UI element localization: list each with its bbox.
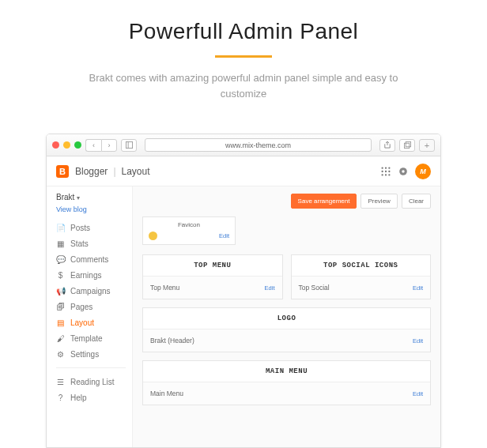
section-head: MAIN MENU — [143, 361, 430, 382]
top-social-section: TOP SOCIAL ICONS Top Social Edit — [291, 254, 432, 299]
toolbar: Save arrangement Preview Clear — [142, 194, 431, 209]
gadget-label: Brakt (Header) — [150, 337, 194, 344]
view-blog-link[interactable]: View blog — [56, 205, 132, 213]
share-button[interactable] — [379, 139, 395, 152]
section-head: TOP SOCIAL ICONS — [292, 255, 431, 276]
minimize-icon[interactable] — [63, 141, 70, 149]
favicon-widget: Favicon Edit — [142, 216, 236, 245]
sidebar-item-label: Comments — [70, 255, 108, 264]
comments-icon: 💬 — [56, 255, 65, 264]
gadget-label: Top Social — [299, 284, 330, 292]
close-icon[interactable] — [52, 141, 59, 149]
reading-list-icon: ☰ — [56, 378, 65, 386]
maximize-icon[interactable] — [74, 141, 81, 149]
svg-rect-3 — [406, 142, 410, 147]
earnings-icon: $ — [56, 271, 65, 280]
sidebar-item-settings[interactable]: ⚙Settings — [56, 346, 132, 362]
gear-icon[interactable] — [398, 166, 409, 177]
preview-button[interactable]: Preview — [361, 194, 397, 209]
sidebar-item-label: Settings — [70, 350, 99, 359]
layout-icon: ▤ — [56, 318, 65, 327]
sidebar: Brakt View blog 📄Posts ▦Stats 💬Comments … — [47, 186, 132, 447]
page-subtitle: Brakt comes with amazing powerful admin … — [85, 70, 402, 102]
favicon-icon — [149, 232, 157, 240]
sidebar-item-stats[interactable]: ▦Stats — [56, 235, 132, 251]
sidebar-item-pages[interactable]: 🗐Pages — [56, 299, 132, 314]
sidebar-item-label: Reading List — [70, 378, 115, 386]
sidebar-item-label: Help — [70, 393, 87, 402]
svg-point-12 — [388, 174, 390, 175]
logo-gadget[interactable]: Brakt (Header) Edit — [143, 329, 430, 352]
edit-link[interactable]: Edit — [413, 337, 423, 344]
window-controls — [52, 141, 81, 149]
sidebar-item-layout[interactable]: ▤Layout — [56, 314, 132, 330]
svg-point-14 — [402, 170, 405, 173]
pages-icon: 🗐 — [56, 303, 65, 311]
sidebar-item-campaigns[interactable]: 📢Campaigns — [56, 283, 132, 299]
apps-icon[interactable] — [380, 166, 391, 177]
sidebar-toggle-button[interactable] — [121, 139, 137, 152]
title-underline — [215, 55, 272, 58]
template-icon: 🖌 — [56, 334, 65, 343]
sidebar-item-comments[interactable]: 💬Comments — [56, 251, 132, 267]
sidebar-item-label: Campaigns — [70, 287, 111, 296]
logo-section: LOGO Brakt (Header) Edit — [142, 307, 431, 352]
svg-rect-2 — [404, 144, 409, 149]
section-head: TOP MENU — [143, 255, 282, 276]
svg-rect-0 — [126, 142, 132, 149]
svg-point-6 — [388, 167, 390, 168]
sidebar-item-label: Template — [70, 334, 103, 343]
svg-point-9 — [388, 171, 390, 172]
breadcrumb: Layout — [122, 166, 150, 177]
divider — [56, 367, 126, 368]
edit-link[interactable]: Edit — [413, 390, 423, 397]
new-tab-button[interactable]: + — [419, 139, 435, 152]
page-title: Powerfull Admin Panel — [0, 19, 487, 44]
forward-button[interactable]: › — [101, 139, 117, 152]
main-menu-gadget[interactable]: Main Menu Edit — [143, 382, 430, 405]
posts-icon: 📄 — [56, 224, 65, 232]
stats-icon: ▦ — [56, 239, 65, 248]
sidebar-item-label: Layout — [70, 318, 94, 327]
tabs-button[interactable] — [399, 139, 415, 152]
sidebar-item-posts[interactable]: 📄Posts — [56, 220, 132, 235]
gadget-label: Main Menu — [150, 390, 183, 397]
sidebar-item-label: Stats — [70, 239, 89, 248]
save-arrangement-button[interactable]: Save arrangement — [291, 194, 357, 209]
favicon-edit-link[interactable]: Edit — [219, 232, 229, 239]
top-menu-section: TOP MENU Top Menu Edit — [142, 254, 283, 299]
favicon-title: Favicon — [149, 221, 229, 228]
browser-chrome: ‹ › www.mix-theme.com + — [47, 134, 440, 156]
gadget-label: Top Menu — [150, 284, 179, 292]
app-brand: Blogger — [75, 166, 108, 177]
svg-point-4 — [381, 167, 383, 168]
back-button[interactable]: ‹ — [85, 139, 101, 152]
blog-selector[interactable]: Brakt — [56, 193, 132, 201]
sidebar-item-reading-list[interactable]: ☰Reading List — [56, 374, 132, 390]
svg-point-7 — [381, 171, 383, 172]
help-icon: ? — [56, 393, 65, 402]
avatar[interactable]: M — [415, 164, 431, 179]
top-menu-gadget[interactable]: Top Menu Edit — [143, 276, 282, 299]
browser-window: ‹ › www.mix-theme.com + B Blogger | Layo… — [46, 134, 441, 448]
clear-button[interactable]: Clear — [402, 194, 431, 209]
main-menu-section: MAIN MENU Main Menu Edit — [142, 360, 431, 405]
sidebar-item-label: Earnings — [70, 271, 101, 280]
svg-point-5 — [385, 167, 387, 168]
app-header: B Blogger | Layout M — [47, 156, 440, 186]
sidebar-item-earnings[interactable]: $Earnings — [56, 267, 132, 283]
svg-point-8 — [385, 171, 387, 172]
sidebar-item-template[interactable]: 🖌Template — [56, 330, 132, 346]
url-bar[interactable]: www.mix-theme.com — [145, 138, 372, 152]
edit-link[interactable]: Edit — [265, 284, 275, 292]
sidebar-item-help[interactable]: ?Help — [56, 390, 132, 405]
campaigns-icon: 📢 — [56, 287, 65, 296]
edit-link[interactable]: Edit — [413, 284, 423, 292]
divider: | — [113, 166, 115, 177]
svg-point-11 — [385, 174, 387, 175]
top-social-gadget[interactable]: Top Social Edit — [292, 276, 431, 299]
blogger-logo-icon: B — [56, 165, 69, 178]
section-head: LOGO — [143, 308, 430, 329]
sidebar-item-label: Pages — [70, 303, 92, 311]
main-content: Save arrangement Preview Clear Favicon E… — [132, 186, 440, 447]
